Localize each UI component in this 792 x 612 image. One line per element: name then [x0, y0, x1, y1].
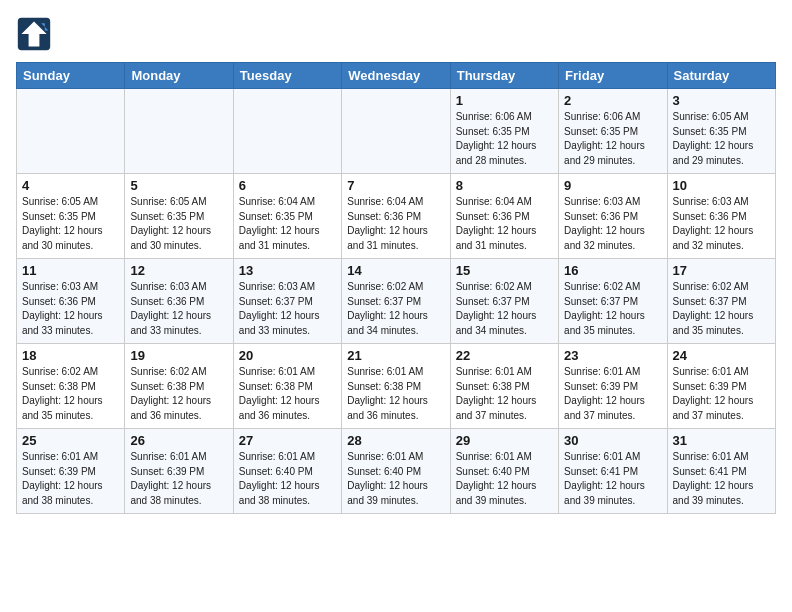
- day-number: 25: [22, 433, 119, 448]
- week-row-4: 18Sunrise: 6:02 AM Sunset: 6:38 PM Dayli…: [17, 344, 776, 429]
- calendar-cell: 18Sunrise: 6:02 AM Sunset: 6:38 PM Dayli…: [17, 344, 125, 429]
- day-info: Sunrise: 6:06 AM Sunset: 6:35 PM Dayligh…: [456, 110, 553, 168]
- day-number: 5: [130, 178, 227, 193]
- calendar-cell: 17Sunrise: 6:02 AM Sunset: 6:37 PM Dayli…: [667, 259, 775, 344]
- calendar-cell: 2Sunrise: 6:06 AM Sunset: 6:35 PM Daylig…: [559, 89, 667, 174]
- day-info: Sunrise: 6:02 AM Sunset: 6:37 PM Dayligh…: [347, 280, 444, 338]
- day-number: 9: [564, 178, 661, 193]
- calendar-cell: 21Sunrise: 6:01 AM Sunset: 6:38 PM Dayli…: [342, 344, 450, 429]
- calendar-cell: 1Sunrise: 6:06 AM Sunset: 6:35 PM Daylig…: [450, 89, 558, 174]
- week-row-5: 25Sunrise: 6:01 AM Sunset: 6:39 PM Dayli…: [17, 429, 776, 514]
- calendar-cell: 13Sunrise: 6:03 AM Sunset: 6:37 PM Dayli…: [233, 259, 341, 344]
- day-info: Sunrise: 6:03 AM Sunset: 6:36 PM Dayligh…: [22, 280, 119, 338]
- day-info: Sunrise: 6:02 AM Sunset: 6:38 PM Dayligh…: [130, 365, 227, 423]
- day-info: Sunrise: 6:01 AM Sunset: 6:39 PM Dayligh…: [130, 450, 227, 508]
- day-number: 6: [239, 178, 336, 193]
- day-number: 15: [456, 263, 553, 278]
- day-info: Sunrise: 6:01 AM Sunset: 6:38 PM Dayligh…: [456, 365, 553, 423]
- calendar-cell: 14Sunrise: 6:02 AM Sunset: 6:37 PM Dayli…: [342, 259, 450, 344]
- day-number: 30: [564, 433, 661, 448]
- day-info: Sunrise: 6:04 AM Sunset: 6:35 PM Dayligh…: [239, 195, 336, 253]
- calendar-cell: [125, 89, 233, 174]
- day-number: 4: [22, 178, 119, 193]
- day-info: Sunrise: 6:03 AM Sunset: 6:37 PM Dayligh…: [239, 280, 336, 338]
- day-info: Sunrise: 6:01 AM Sunset: 6:40 PM Dayligh…: [347, 450, 444, 508]
- day-number: 19: [130, 348, 227, 363]
- day-number: 10: [673, 178, 770, 193]
- weekday-header-thursday: Thursday: [450, 63, 558, 89]
- weekday-header-monday: Monday: [125, 63, 233, 89]
- calendar-cell: 6Sunrise: 6:04 AM Sunset: 6:35 PM Daylig…: [233, 174, 341, 259]
- day-info: Sunrise: 6:03 AM Sunset: 6:36 PM Dayligh…: [130, 280, 227, 338]
- calendar-cell: [233, 89, 341, 174]
- calendar-cell: 28Sunrise: 6:01 AM Sunset: 6:40 PM Dayli…: [342, 429, 450, 514]
- day-info: Sunrise: 6:04 AM Sunset: 6:36 PM Dayligh…: [347, 195, 444, 253]
- day-info: Sunrise: 6:05 AM Sunset: 6:35 PM Dayligh…: [130, 195, 227, 253]
- day-info: Sunrise: 6:01 AM Sunset: 6:39 PM Dayligh…: [673, 365, 770, 423]
- calendar-cell: 25Sunrise: 6:01 AM Sunset: 6:39 PM Dayli…: [17, 429, 125, 514]
- day-info: Sunrise: 6:03 AM Sunset: 6:36 PM Dayligh…: [673, 195, 770, 253]
- day-info: Sunrise: 6:02 AM Sunset: 6:37 PM Dayligh…: [456, 280, 553, 338]
- day-number: 31: [673, 433, 770, 448]
- calendar-cell: 16Sunrise: 6:02 AM Sunset: 6:37 PM Dayli…: [559, 259, 667, 344]
- week-row-2: 4Sunrise: 6:05 AM Sunset: 6:35 PM Daylig…: [17, 174, 776, 259]
- day-info: Sunrise: 6:05 AM Sunset: 6:35 PM Dayligh…: [673, 110, 770, 168]
- calendar-cell: 20Sunrise: 6:01 AM Sunset: 6:38 PM Dayli…: [233, 344, 341, 429]
- day-info: Sunrise: 6:01 AM Sunset: 6:38 PM Dayligh…: [239, 365, 336, 423]
- calendar-cell: 9Sunrise: 6:03 AM Sunset: 6:36 PM Daylig…: [559, 174, 667, 259]
- page-header: [16, 16, 776, 52]
- calendar-cell: 7Sunrise: 6:04 AM Sunset: 6:36 PM Daylig…: [342, 174, 450, 259]
- calendar-cell: 27Sunrise: 6:01 AM Sunset: 6:40 PM Dayli…: [233, 429, 341, 514]
- day-number: 26: [130, 433, 227, 448]
- day-number: 7: [347, 178, 444, 193]
- calendar-cell: 30Sunrise: 6:01 AM Sunset: 6:41 PM Dayli…: [559, 429, 667, 514]
- day-info: Sunrise: 6:04 AM Sunset: 6:36 PM Dayligh…: [456, 195, 553, 253]
- calendar-cell: 29Sunrise: 6:01 AM Sunset: 6:40 PM Dayli…: [450, 429, 558, 514]
- day-info: Sunrise: 6:03 AM Sunset: 6:36 PM Dayligh…: [564, 195, 661, 253]
- weekday-header-saturday: Saturday: [667, 63, 775, 89]
- calendar-cell: 15Sunrise: 6:02 AM Sunset: 6:37 PM Dayli…: [450, 259, 558, 344]
- weekday-header-row: SundayMondayTuesdayWednesdayThursdayFrid…: [17, 63, 776, 89]
- week-row-1: 1Sunrise: 6:06 AM Sunset: 6:35 PM Daylig…: [17, 89, 776, 174]
- calendar-cell: 23Sunrise: 6:01 AM Sunset: 6:39 PM Dayli…: [559, 344, 667, 429]
- day-info: Sunrise: 6:01 AM Sunset: 6:41 PM Dayligh…: [673, 450, 770, 508]
- day-number: 23: [564, 348, 661, 363]
- day-number: 1: [456, 93, 553, 108]
- calendar-cell: 5Sunrise: 6:05 AM Sunset: 6:35 PM Daylig…: [125, 174, 233, 259]
- day-number: 13: [239, 263, 336, 278]
- day-number: 29: [456, 433, 553, 448]
- calendar-cell: 12Sunrise: 6:03 AM Sunset: 6:36 PM Dayli…: [125, 259, 233, 344]
- day-info: Sunrise: 6:01 AM Sunset: 6:38 PM Dayligh…: [347, 365, 444, 423]
- calendar-cell: 22Sunrise: 6:01 AM Sunset: 6:38 PM Dayli…: [450, 344, 558, 429]
- calendar-cell: [342, 89, 450, 174]
- day-info: Sunrise: 6:05 AM Sunset: 6:35 PM Dayligh…: [22, 195, 119, 253]
- day-number: 22: [456, 348, 553, 363]
- day-number: 28: [347, 433, 444, 448]
- day-info: Sunrise: 6:01 AM Sunset: 6:40 PM Dayligh…: [239, 450, 336, 508]
- calendar-cell: 26Sunrise: 6:01 AM Sunset: 6:39 PM Dayli…: [125, 429, 233, 514]
- day-info: Sunrise: 6:02 AM Sunset: 6:37 PM Dayligh…: [673, 280, 770, 338]
- day-number: 8: [456, 178, 553, 193]
- calendar-cell: 19Sunrise: 6:02 AM Sunset: 6:38 PM Dayli…: [125, 344, 233, 429]
- week-row-3: 11Sunrise: 6:03 AM Sunset: 6:36 PM Dayli…: [17, 259, 776, 344]
- day-info: Sunrise: 6:02 AM Sunset: 6:38 PM Dayligh…: [22, 365, 119, 423]
- calendar-cell: 3Sunrise: 6:05 AM Sunset: 6:35 PM Daylig…: [667, 89, 775, 174]
- calendar-cell: 24Sunrise: 6:01 AM Sunset: 6:39 PM Dayli…: [667, 344, 775, 429]
- day-info: Sunrise: 6:06 AM Sunset: 6:35 PM Dayligh…: [564, 110, 661, 168]
- weekday-header-friday: Friday: [559, 63, 667, 89]
- day-number: 24: [673, 348, 770, 363]
- calendar-cell: 11Sunrise: 6:03 AM Sunset: 6:36 PM Dayli…: [17, 259, 125, 344]
- day-number: 27: [239, 433, 336, 448]
- day-number: 18: [22, 348, 119, 363]
- day-number: 14: [347, 263, 444, 278]
- day-number: 17: [673, 263, 770, 278]
- day-number: 2: [564, 93, 661, 108]
- day-number: 16: [564, 263, 661, 278]
- calendar-cell: 8Sunrise: 6:04 AM Sunset: 6:36 PM Daylig…: [450, 174, 558, 259]
- calendar-cell: 10Sunrise: 6:03 AM Sunset: 6:36 PM Dayli…: [667, 174, 775, 259]
- day-info: Sunrise: 6:01 AM Sunset: 6:39 PM Dayligh…: [564, 365, 661, 423]
- day-info: Sunrise: 6:01 AM Sunset: 6:39 PM Dayligh…: [22, 450, 119, 508]
- logo: [16, 16, 54, 52]
- day-info: Sunrise: 6:02 AM Sunset: 6:37 PM Dayligh…: [564, 280, 661, 338]
- weekday-header-tuesday: Tuesday: [233, 63, 341, 89]
